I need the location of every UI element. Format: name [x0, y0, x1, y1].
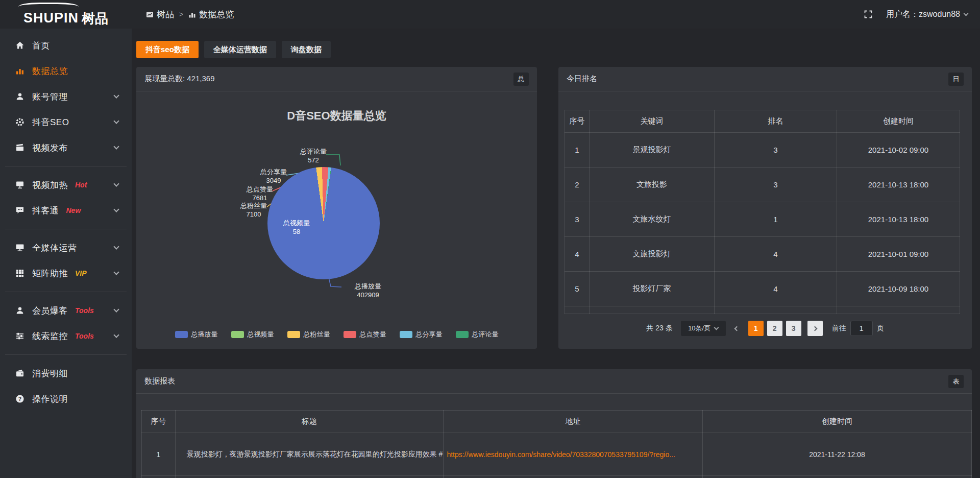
table-row[interactable]: 2文旅投影32021-10-13 18:00: [565, 168, 960, 202]
sidebar-item-label: 操作说明: [32, 393, 68, 405]
breadcrumb-current[interactable]: 数据总览: [188, 9, 234, 20]
user-menu[interactable]: 用户名：zswodun88: [886, 9, 968, 20]
table-row[interactable]: 3文旅水纹灯12021-10-13 18:00: [565, 202, 960, 237]
chevron-down-icon: [714, 325, 719, 330]
sidebar-item-5[interactable]: 视频加热Hot: [0, 172, 132, 198]
report-table: 序号标题地址创建时间 1景观投影灯，夜游景观投影灯厂家展示展示落花灯在花园里的灯…: [141, 410, 972, 478]
table-cell-title: 景观投影灯，夜游景观投影灯厂家展示展示落花灯在花园里的灯光投影应用效果 #: [175, 433, 444, 476]
table-cell: 5: [565, 272, 590, 306]
trend-icon: [146, 11, 154, 18]
tab-inquiry[interactable]: 询盘数据: [282, 41, 331, 58]
fullscreen-icon[interactable]: [864, 10, 873, 19]
report-table-body: 1景观投影灯，夜游景观投影灯厂家展示展示落花灯在花园里的灯光投影应用效果 #ht…: [142, 433, 972, 478]
chevron-down-icon: [113, 269, 119, 275]
breadcrumb-separator: >: [179, 10, 183, 18]
pie-label-comments: 总评论量572: [290, 147, 336, 164]
table-cell: [702, 476, 971, 478]
goto-label: 前往: [832, 324, 846, 333]
clapper-icon: [15, 143, 24, 152]
sidebar-item-3[interactable]: 抖音SEO: [0, 109, 132, 135]
topbar-right: 用户名：zswodun88: [864, 0, 968, 29]
goto-page-input[interactable]: [850, 321, 873, 336]
next-page-button[interactable]: [807, 321, 823, 336]
sidebar-item-9[interactable]: 会员爆客Tools: [0, 298, 132, 323]
page-button-3[interactable]: 3: [786, 321, 801, 336]
goto-suffix: 页: [877, 324, 884, 333]
sidebar-divider: [5, 354, 127, 355]
table-row[interactable]: 4文旅投影灯42021-10-01 09:00: [565, 237, 960, 272]
page-size-value: 10条/页: [688, 324, 710, 333]
sidebar-item-label: 全媒体运营: [32, 242, 77, 254]
chevron-down-icon: [113, 118, 119, 124]
chat-icon: [15, 206, 24, 215]
table-cell: 2021-10-13 18:00: [837, 168, 960, 202]
table-row[interactable]: 1景观投影灯32021-10-02 09:00: [565, 133, 960, 168]
sidebar-item-badge: Tools: [75, 306, 94, 315]
table-row[interactable]: 5投影灯厂家42021-10-09 18:00: [565, 272, 960, 306]
goto-page-group: 前往 页: [832, 321, 884, 336]
column-header: 地址: [444, 411, 703, 433]
table-cell: [444, 476, 703, 478]
page-button-1[interactable]: 1: [748, 321, 764, 336]
sidebar-item-7[interactable]: 全媒体运营: [0, 235, 132, 260]
table-cell: [715, 306, 837, 314]
tab-douyin-seo[interactable]: 抖音seo数据: [136, 41, 199, 58]
sidebar-item-0[interactable]: 首页: [0, 33, 132, 58]
prev-page-button[interactable]: [732, 321, 742, 336]
pie-label-likes: 总点赞量7681: [237, 185, 283, 202]
monitor-icon: [15, 243, 24, 252]
legend-item[interactable]: 总分享量: [400, 330, 443, 339]
logo-text-en: SHUPIN: [23, 11, 79, 25]
sidebar-menu: 首页数据总览账号管理抖音SEO视频发布视频加热Hot抖客通New全媒体运营矩阵助…: [0, 33, 132, 412]
report-mode-button[interactable]: 表: [948, 375, 964, 388]
table-row[interactable]: 1景观投影灯，夜游景观投影灯厂家展示展示落花灯在花园里的灯光投影应用效果 #ht…: [142, 433, 972, 476]
column-header: 序号: [142, 411, 176, 433]
ranking-panel-header: 今日排名 日: [558, 67, 972, 91]
table-header-row: 序号关键词排名创建时间: [565, 110, 960, 133]
table-cell: 2021-10-13 18:00: [837, 202, 960, 237]
report-panel: 数据报表 表 序号标题地址创建时间 1景观投影灯，夜游景观投影灯厂家展示展示落花…: [136, 369, 972, 478]
legend-label: 总播放量: [191, 330, 218, 339]
overview-mode-button[interactable]: 总: [513, 73, 529, 86]
sidebar-item-11[interactable]: 消费明细: [0, 361, 132, 386]
breadcrumb-root[interactable]: 树品: [146, 9, 174, 20]
legend-item[interactable]: 总点赞量: [344, 330, 386, 339]
sidebar-item-4[interactable]: 视频发布: [0, 135, 132, 160]
table-cell-link[interactable]: https://www.iesdouyin.com/share/video/70…: [444, 433, 703, 476]
ranking-panel-title: 今日排名: [567, 74, 597, 84]
chart-title: D音SEO数据量总览: [136, 108, 537, 124]
chevron-down-icon: [964, 11, 969, 16]
sidebar-item-10[interactable]: 线索监控Tools: [0, 323, 132, 349]
sidebar-item-12[interactable]: ?操作说明: [0, 386, 132, 412]
page-size-select[interactable]: 10条/页: [681, 321, 726, 336]
table-cell-time: 2021-11-22 12:08: [702, 433, 971, 476]
page-button-2[interactable]: 2: [767, 321, 782, 336]
sidebar-item-1[interactable]: 数据总览: [0, 58, 132, 84]
sidebar-item-6[interactable]: 抖客通New: [0, 198, 132, 223]
chart-legend: 总播放量总视频量总粉丝量总点赞量总分享量总评论量: [136, 330, 537, 339]
column-header: 创建时间: [702, 411, 971, 433]
legend-item[interactable]: 总评论量: [456, 330, 499, 339]
chevron-left-icon: [734, 326, 740, 331]
sidebar-item-2[interactable]: 账号管理: [0, 84, 132, 109]
table-cell: 4: [715, 272, 837, 306]
legend-swatch: [175, 331, 188, 338]
legend-item[interactable]: 总播放量: [175, 330, 218, 339]
sidebar-item-8[interactable]: 矩阵助推VIP: [0, 260, 132, 286]
tab-media-operation[interactable]: 全媒体运营数据: [204, 41, 276, 58]
report-panel-header: 数据报表 表: [136, 369, 972, 394]
ranking-mode-button[interactable]: 日: [948, 73, 964, 86]
sidebar-item-badge: New: [66, 206, 81, 214]
ranking-panel: 今日排名 日 序号关键词排名创建时间 1景观投影灯32021-10-02 09:…: [558, 67, 972, 349]
table-cell: 2021-10-01 09:00: [837, 237, 960, 272]
column-header: 创建时间: [837, 110, 960, 133]
table-cell: 文旅投影灯: [590, 237, 715, 272]
breadcrumb-root-label: 树品: [157, 9, 174, 20]
legend-item[interactable]: 总粉丝量: [287, 330, 330, 339]
question-icon: ?: [15, 394, 24, 403]
legend-swatch: [400, 331, 412, 338]
sidebar-item-label: 首页: [32, 40, 50, 52]
legend-item[interactable]: 总视频量: [231, 330, 274, 339]
table-cell: 景观投影灯: [590, 133, 715, 168]
sliders-icon: [15, 331, 24, 341]
